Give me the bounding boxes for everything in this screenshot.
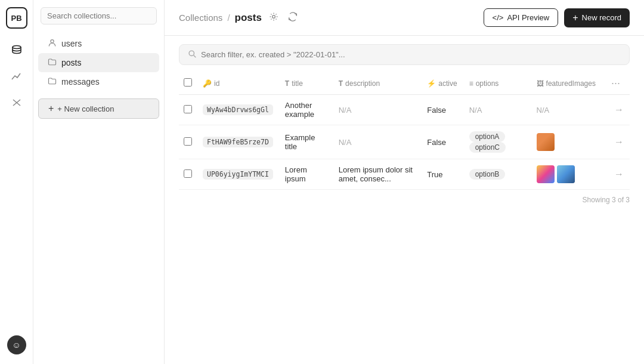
active-icon: ⚡ — [427, 79, 436, 88]
select-all-header — [179, 72, 197, 95]
main-content: Collections / posts </> A — [165, 0, 644, 364]
table-header-row: 🔑 id T title T description — [179, 72, 630, 95]
options-icon: ≡ — [469, 79, 473, 88]
api-preview-button[interactable]: </> API Preview — [484, 8, 559, 27]
row3-thumb-1 — [537, 165, 555, 183]
row2-thumbnails — [537, 133, 596, 151]
new-collection-button[interactable]: + + New collection — [38, 98, 159, 119]
breadcrumb-current: posts — [235, 12, 262, 24]
code-icon: </> — [493, 13, 504, 22]
settings-icon[interactable] — [267, 10, 281, 26]
nav-analytics[interactable] — [6, 66, 27, 87]
row3-thumb-2 — [557, 165, 575, 183]
nav-database[interactable] — [6, 39, 27, 61]
row2-checkbox-cell — [179, 125, 197, 159]
new-record-label: New record — [582, 13, 621, 22]
nav-settings[interactable] — [6, 92, 27, 113]
text-t-icon-desc: T — [339, 79, 343, 88]
table-row: WyAw4bDrvws6gGl Another example N/A Fals… — [179, 95, 630, 125]
row3-checkbox[interactable] — [184, 169, 192, 178]
row2-description: N/A — [333, 125, 422, 159]
showing-label: Showing 3 of 3 — [179, 190, 630, 209]
row2-checkbox[interactable] — [184, 137, 192, 146]
svg-point-5 — [189, 51, 194, 55]
col-header-title[interactable]: T title — [279, 72, 333, 95]
new-record-button[interactable]: + New record — [564, 8, 630, 27]
col-header-more[interactable]: ··· — [602, 72, 630, 95]
row1-checkbox-cell — [179, 95, 197, 125]
text-t-icon-title: T — [285, 79, 289, 88]
breadcrumb-separator: / — [227, 13, 230, 23]
row1-images: N/A — [531, 95, 602, 125]
row2-title: Example title — [279, 125, 333, 159]
row1-title: Another example — [279, 95, 333, 125]
sidebar-search-input[interactable] — [41, 7, 157, 24]
icon-bar: PB ☺ — [0, 0, 33, 364]
row2-id: FtHAW9feB5rze7D — [197, 125, 279, 159]
table-row: FtHAW9feB5rze7D Example title N/A False … — [179, 125, 630, 159]
key-icon: 🔑 — [203, 79, 212, 88]
sidebar: users posts messages + + New collection — [33, 0, 165, 364]
search-icon — [188, 50, 196, 60]
col-header-options[interactable]: ≡ options — [463, 72, 531, 95]
row2-active: False — [421, 125, 463, 159]
page-header: Collections / posts </> A — [165, 0, 644, 36]
posts-folder-icon — [48, 57, 57, 68]
sidebar-item-messages[interactable]: messages — [38, 72, 159, 91]
svg-point-3 — [51, 40, 54, 43]
option-badge-optionA: optionA — [469, 131, 506, 142]
header-actions: </> API Preview + New record — [484, 8, 630, 27]
row1-description: N/A — [333, 95, 422, 125]
api-preview-label: API Preview — [507, 13, 549, 22]
svg-point-4 — [272, 15, 275, 18]
search-container — [165, 36, 644, 65]
refresh-icon[interactable] — [286, 10, 300, 26]
row2-thumb-1 — [537, 133, 555, 151]
search-filter-input[interactable] — [201, 50, 621, 59]
row3-thumbnails — [537, 165, 596, 183]
users-icon — [48, 38, 57, 49]
breadcrumb: Collections / posts — [179, 10, 300, 26]
row1-id-badge: WyAw4bDrvws6gGl — [203, 104, 273, 115]
sidebar-item-posts[interactable]: posts — [38, 53, 159, 72]
records-table: 🔑 id T title T description — [179, 72, 630, 190]
more-columns-btn[interactable]: ··· — [608, 77, 624, 89]
image-icon: 🖼 — [537, 79, 544, 88]
plus-icon: + — [48, 103, 54, 114]
select-all-checkbox[interactable] — [184, 78, 192, 87]
row3-active: True — [421, 159, 463, 190]
row1-checkbox[interactable] — [184, 105, 192, 113]
sidebar-label-posts: posts — [61, 58, 81, 67]
records-table-container: 🔑 id T title T description — [165, 65, 644, 364]
search-bar — [179, 44, 630, 65]
plus-new-icon: + — [572, 13, 578, 23]
new-collection-label: + New collection — [57, 104, 114, 113]
row3-options: optionB — [463, 159, 531, 190]
row3-description: Lorem ipsum dolor sit amet, consec... — [333, 159, 422, 190]
row3-arrow[interactable]: → — [602, 159, 630, 190]
row3-id-badge: UP06yiygImYTMCI — [203, 169, 273, 180]
sidebar-item-users[interactable]: users — [38, 34, 159, 53]
option-badge-optionB: optionB — [469, 169, 506, 180]
row2-options: optionA optionC — [463, 125, 531, 159]
col-header-description[interactable]: T description — [333, 72, 422, 95]
svg-line-6 — [194, 55, 196, 58]
sidebar-label-users: users — [61, 39, 82, 48]
avatar-area[interactable]: ☺ — [7, 335, 26, 354]
sidebar-label-messages: messages — [61, 77, 100, 87]
row3-images — [531, 159, 602, 190]
app-logo[interactable]: PB — [6, 7, 27, 29]
row3-id: UP06yiygImYTMCI — [197, 159, 279, 190]
row2-arrow[interactable]: → — [602, 125, 630, 159]
row1-options: N/A — [463, 95, 531, 125]
row1-arrow[interactable]: → — [602, 95, 630, 125]
table-row: UP06yiygImYTMCI Lorem ipsum Lorem ipsum … — [179, 159, 630, 190]
svg-point-0 — [13, 46, 21, 49]
row1-id: WyAw4bDrvws6gGl — [197, 95, 279, 125]
col-header-featured-images[interactable]: 🖼 featuredImages — [531, 72, 602, 95]
row2-images — [531, 125, 602, 159]
col-header-active[interactable]: ⚡ active — [421, 72, 463, 95]
breadcrumb-parent[interactable]: Collections — [179, 13, 222, 23]
col-header-id[interactable]: 🔑 id — [197, 72, 279, 95]
user-avatar[interactable]: ☺ — [7, 335, 26, 354]
